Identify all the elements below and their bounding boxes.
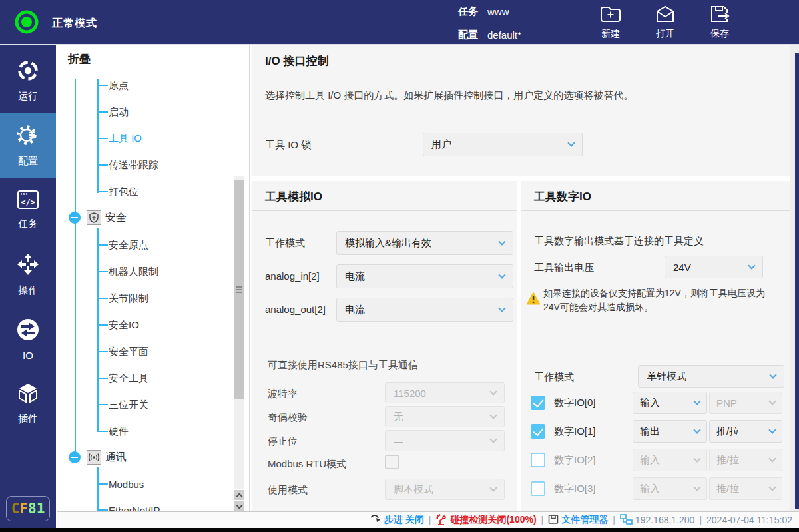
panel-title: I/O 接口控制 bbox=[265, 53, 328, 69]
analog-out-value: 电流 bbox=[345, 304, 365, 316]
sidebar-item-task[interactable]: </> 任务 bbox=[0, 178, 56, 242]
parity-select: 无 bbox=[385, 406, 505, 427]
digital-io-0-direction-select[interactable]: 输入 bbox=[633, 392, 707, 414]
open-button[interactable]: 打开 bbox=[645, 5, 686, 40]
tree-item-label: 安全原点 bbox=[109, 239, 148, 252]
sidebar-item-plugin[interactable]: 插件 bbox=[0, 372, 56, 436]
sidebar-item-io[interactable]: IO bbox=[0, 307, 56, 372]
step-mode-status[interactable]: 步进 关闭 bbox=[370, 514, 424, 526]
new-button[interactable]: 新建 bbox=[590, 5, 631, 40]
sidebar-item-run[interactable]: 运行 bbox=[0, 49, 56, 113]
chevron-down-icon bbox=[693, 483, 700, 491]
disk-icon bbox=[548, 514, 559, 527]
main-scrollbar-thumb[interactable] bbox=[795, 53, 799, 509]
sidebar-item-label: 任务 bbox=[18, 218, 38, 230]
digital-io-3-checkbox[interactable] bbox=[531, 481, 545, 496]
stop-bit-value: — bbox=[394, 435, 403, 447]
broadcast-icon bbox=[87, 450, 101, 465]
tree-item-origin[interactable]: 原点 bbox=[57, 73, 249, 97]
digital-io-0-mode-select: PNP bbox=[709, 392, 782, 414]
tree-item-tool-io[interactable]: 工具 IO bbox=[57, 127, 249, 150]
tree-item-modbus[interactable]: Modbus bbox=[57, 472, 249, 496]
window-bottom-edge bbox=[0, 528, 799, 532]
sidebar-item-config[interactable]: 配置 bbox=[0, 113, 56, 178]
sidebar: 运行 配置 </> 任务 bbox=[0, 45, 56, 528]
modbus-rtu-label: Modbus RTU模式 bbox=[268, 458, 346, 471]
tool-analog-io-panel: 工具模拟IO 工作模式 模拟输入&输出有效 analog_in[2] 电流 an… bbox=[252, 181, 517, 511]
tree-item-safety-home[interactable]: 安全原点 bbox=[57, 233, 249, 257]
move-arrows-icon bbox=[16, 252, 40, 278]
work-mode-select[interactable]: 模拟输入&输出有效 bbox=[336, 231, 513, 255]
task-label: 任务 bbox=[458, 5, 478, 18]
baud-rate-label: 波特率 bbox=[268, 388, 298, 400]
floppy-arrow-icon bbox=[709, 5, 730, 25]
tree-item-conveyor[interactable]: 传送带跟踪 bbox=[57, 153, 249, 177]
digital-io-2-mode-select: 推/拉 bbox=[709, 449, 782, 471]
tree-item-safety-plane[interactable]: 安全平面 bbox=[57, 340, 249, 364]
tool-digital-io-panel: 工具数字IO 工具数字输出模式基于连接的工具定义 工具输出电压 24V 如果连接… bbox=[521, 181, 790, 511]
save-button-label: 保存 bbox=[710, 28, 729, 40]
tree-body: 原点 启动 工具 IO 传送带跟踪 打包位 安全 安全原点 机器人限制 关节限制… bbox=[57, 73, 249, 511]
work-mode-label: 工作模式 bbox=[265, 237, 305, 250]
coordinate-frame-badge[interactable]: CF81 bbox=[6, 496, 50, 521]
tree-scrollbar-thumb[interactable] bbox=[234, 180, 244, 399]
sidebar-item-operate[interactable]: 操作 bbox=[0, 242, 56, 307]
tree-item-joint-limit[interactable]: 关节限制 bbox=[57, 286, 249, 310]
tree-item-hardware[interactable]: 硬件 bbox=[57, 419, 249, 443]
chevron-down-icon bbox=[693, 398, 700, 405]
divider bbox=[531, 342, 779, 342]
tree-item-startup[interactable]: 启动 bbox=[57, 100, 249, 124]
io-interface-control-panel: I/O 接口控制 选择控制工具 I/O 接口的方式。如果扩展插件控制接口，用户定… bbox=[252, 45, 790, 176]
digital-io-1-direction-select[interactable]: 输出 bbox=[633, 420, 707, 443]
tree-group-safety[interactable]: 安全 bbox=[57, 206, 249, 230]
tree-scroll-down-button[interactable] bbox=[234, 501, 244, 511]
tree-item-ethernet-ip[interactable]: EtherNet/IP bbox=[57, 498, 249, 511]
digital-io-3-label: 数字IO[3] bbox=[554, 483, 596, 495]
gear-icon bbox=[16, 123, 40, 149]
chevron-down-icon bbox=[768, 483, 776, 491]
stop-bit-label: 停止位 bbox=[268, 435, 298, 448]
digital-io-1-mode-select[interactable]: 推/拉 bbox=[709, 420, 782, 443]
separator: | bbox=[541, 515, 544, 525]
digital-io-1-checkbox[interactable] bbox=[531, 424, 545, 439]
tree-item-robot-limit[interactable]: 机器人限制 bbox=[57, 260, 249, 284]
chevron-down-icon bbox=[498, 304, 505, 312]
collision-detect-label: 碰撞检测关闭(100%) bbox=[450, 514, 536, 526]
tree-item-safety-io[interactable]: 安全IO bbox=[57, 313, 249, 337]
tree-collapse-header[interactable]: 折叠 bbox=[57, 45, 249, 73]
digital-work-mode-label: 工作模式 bbox=[534, 371, 574, 384]
chevron-up-icon bbox=[236, 493, 243, 499]
digital-io-2-checkbox[interactable] bbox=[531, 453, 545, 467]
file-manager-button[interactable]: 文件管理器 bbox=[548, 514, 608, 527]
collision-detect-status[interactable]: 碰撞检测关闭(100%) bbox=[435, 513, 536, 527]
tool-io-lock-select[interactable]: 用户 bbox=[423, 133, 583, 156]
chevron-down-icon bbox=[489, 388, 497, 395]
app-window: 正常模式 任务 www 配置 default* 新建 bbox=[0, 0, 799, 532]
digital-io-0-checkbox[interactable] bbox=[531, 396, 545, 410]
config-row: 配置 default* bbox=[458, 29, 521, 41]
tree-group-communication[interactable]: 通讯 bbox=[57, 445, 249, 469]
digital-work-mode-select[interactable]: 单针模式 bbox=[638, 365, 784, 388]
collapse-toggle-icon[interactable] bbox=[69, 451, 81, 463]
file-manager-label: 文件管理器 bbox=[561, 514, 608, 526]
tree-item-safety-tool[interactable]: 安全工具 bbox=[57, 366, 249, 390]
divider bbox=[265, 342, 513, 342]
network-icon bbox=[620, 514, 633, 527]
network-status: 192.168.1.200 bbox=[620, 514, 695, 527]
chevron-down-icon bbox=[693, 455, 700, 462]
analog-out-select[interactable]: 电流 bbox=[336, 298, 513, 322]
collapse-toggle-icon[interactable] bbox=[69, 212, 81, 224]
task-value: www bbox=[487, 6, 509, 17]
digital-io-0-direction: 输入 bbox=[640, 397, 660, 409]
analog-in-select[interactable]: 电流 bbox=[336, 264, 513, 288]
tree-item-packing[interactable]: 打包位 bbox=[57, 180, 249, 204]
tree-item-label: 传送带跟踪 bbox=[109, 159, 158, 172]
tree-scroll-up-button[interactable] bbox=[234, 490, 244, 500]
tree-item-three-pos-switch[interactable]: 三位开关 bbox=[57, 393, 249, 417]
folder-plus-icon bbox=[600, 5, 621, 25]
tree-item-label: 工具 IO bbox=[109, 133, 142, 145]
save-button[interactable]: 保存 bbox=[699, 5, 740, 40]
output-voltage-select[interactable]: 24V bbox=[665, 256, 763, 278]
chevron-down-icon bbox=[489, 411, 497, 419]
digital-io-3-mode: 推/拉 bbox=[716, 483, 739, 495]
